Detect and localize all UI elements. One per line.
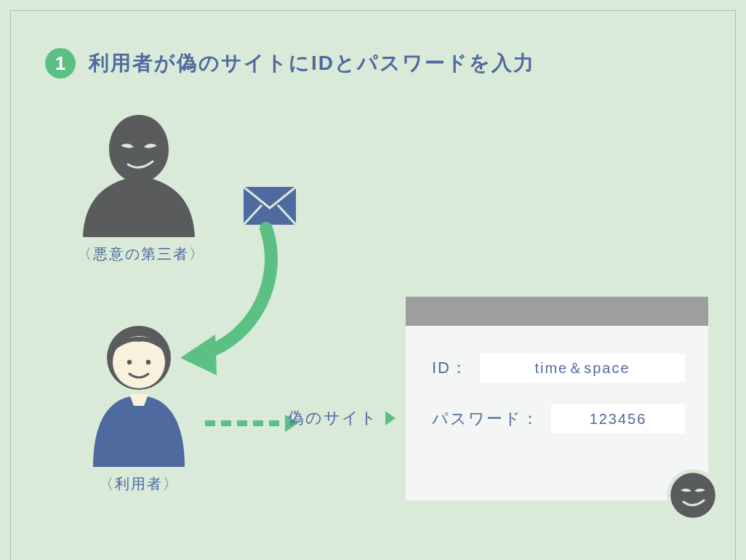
fake-site-label: 偽のサイト	[288, 407, 396, 429]
user-label: 〈利用者〉	[77, 474, 201, 494]
arrow-head-icon	[385, 411, 396, 425]
password-label: パスワード：	[432, 408, 540, 430]
password-field[interactable]: 123456	[551, 404, 685, 433]
svg-point-5	[146, 360, 151, 364]
step-title-text: 利用者が偽のサイトにIDとパスワードを入力	[89, 49, 535, 77]
user-person-icon	[81, 323, 196, 467]
step-title-row: 1 利用者が偽のサイトにIDとパスワードを入力	[45, 48, 535, 79]
id-field[interactable]: time＆space	[480, 353, 685, 383]
fake-site-text: 偽のサイト	[288, 407, 378, 429]
window-title-bar	[406, 297, 708, 326]
spy-face-icon	[670, 473, 715, 518]
id-label: ID：	[432, 357, 468, 379]
login-id-row: ID： time＆space	[432, 353, 685, 383]
svg-point-4	[127, 360, 132, 364]
login-password-row: パスワード： 123456	[432, 404, 685, 433]
fake-login-window: ID： time＆space パスワード： 123456	[406, 297, 708, 500]
login-form-body: ID： time＆space パスワード： 123456	[406, 326, 708, 433]
attacker-silhouette-icon	[81, 115, 196, 237]
arrow-user-to-site	[205, 415, 298, 432]
step-number-badge: 1	[45, 48, 76, 79]
user-figure: 〈利用者〉	[77, 323, 201, 494]
